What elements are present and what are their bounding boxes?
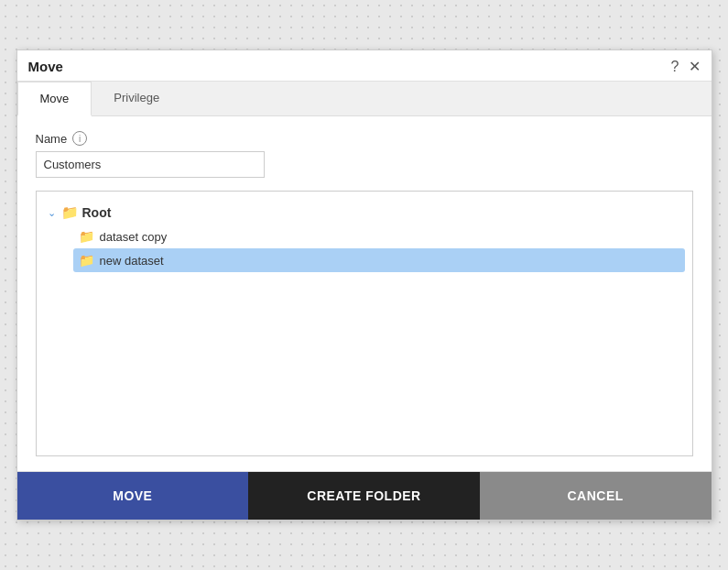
name-label: Name bbox=[36, 132, 68, 146]
tree-item-new-dataset[interactable]: 📁 new dataset bbox=[73, 248, 685, 272]
close-icon[interactable]: ✕ bbox=[689, 58, 701, 75]
name-input[interactable] bbox=[36, 151, 265, 178]
tree-item-label-selected: new dataset bbox=[100, 254, 164, 268]
root-folder-icon: 📁 bbox=[61, 204, 79, 221]
root-label: Root bbox=[82, 205, 112, 220]
tree-root-row[interactable]: ⌄ 📁 Root bbox=[44, 201, 685, 225]
dialog-body: Name i ⌄ 📁 Root 📁 dataset copy 📁 bbox=[17, 116, 712, 471]
tab-bar: Move Privilege bbox=[17, 82, 712, 116]
tree-children: 📁 dataset copy 📁 new dataset bbox=[44, 225, 685, 272]
tab-privilege[interactable]: Privilege bbox=[92, 82, 181, 115]
name-label-row: Name i bbox=[36, 131, 693, 146]
move-button[interactable]: MOVE bbox=[17, 472, 249, 520]
cancel-button[interactable]: CANCEL bbox=[480, 472, 712, 520]
dialog-title: Move bbox=[28, 59, 63, 74]
help-icon[interactable]: ? bbox=[671, 59, 679, 75]
tab-move[interactable]: Move bbox=[17, 82, 92, 116]
tree-item-dataset-copy[interactable]: 📁 dataset copy bbox=[73, 225, 685, 248]
chevron-down-icon: ⌄ bbox=[48, 207, 56, 219]
info-icon[interactable]: i bbox=[72, 131, 87, 146]
folder-icon-selected: 📁 bbox=[79, 253, 94, 268]
folder-tree: ⌄ 📁 Root 📁 dataset copy 📁 new dataset bbox=[36, 191, 693, 456]
title-bar: Move ? ✕ bbox=[17, 50, 712, 82]
title-bar-actions: ? ✕ bbox=[671, 58, 701, 75]
move-dialog: Move ? ✕ Move Privilege Name i ⌄ 📁 bbox=[16, 49, 712, 521]
dialog-footer: MOVE CREATE FOLDER CANCEL bbox=[17, 471, 712, 520]
tree-item-label: dataset copy bbox=[100, 230, 168, 244]
create-folder-button[interactable]: CREATE FOLDER bbox=[248, 472, 480, 520]
folder-icon: 📁 bbox=[79, 229, 94, 244]
